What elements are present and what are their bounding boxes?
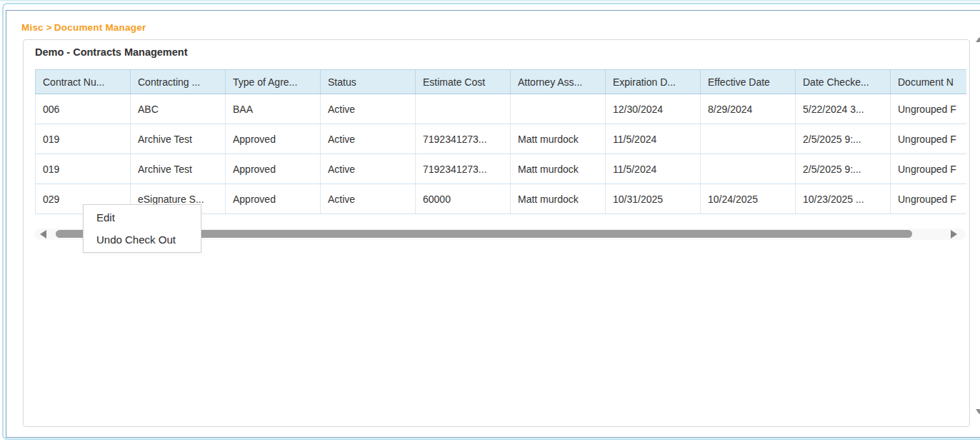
context-menu-item[interactable]: Undo Check Out (84, 228, 201, 251)
table-cell[interactable]: Archive Test (131, 154, 226, 184)
table-cell[interactable]: Matt murdock (511, 124, 606, 154)
column-header[interactable]: Date Checke... (796, 70, 891, 94)
table-cell[interactable]: 7192341273... (416, 154, 511, 184)
table-cell[interactable]: 10/31/2025 (606, 184, 701, 214)
column-header[interactable]: Estimate Cost (416, 70, 511, 94)
table-cell[interactable]: Active (321, 94, 416, 124)
column-header[interactable]: Type of Agre... (226, 70, 321, 94)
scroll-right-icon[interactable] (951, 230, 957, 238)
breadcrumb-page[interactable]: Document Manager (54, 22, 146, 33)
table-body: 006ABCBAAActive12/30/20248/29/20245/22/2… (36, 94, 967, 214)
breadcrumb: Misc >Document Manager (21, 22, 146, 33)
table-cell[interactable]: Active (321, 184, 416, 214)
table-cell[interactable]: Ungrouped F (891, 94, 967, 124)
column-header[interactable]: Contracting ... (131, 70, 226, 94)
table-cell[interactable]: 019 (36, 124, 131, 154)
table-cell[interactable]: 12/30/2024 (606, 94, 701, 124)
page-top-edge (0, 0, 980, 1)
column-header[interactable]: Effective Date (701, 70, 796, 94)
table-cell[interactable]: 10/23/2025 ... (796, 184, 891, 214)
table-cell[interactable]: 10/24/2025 (701, 184, 796, 214)
column-header[interactable]: Status (321, 70, 416, 94)
table-cell[interactable] (511, 94, 606, 124)
table-cell[interactable]: 006 (36, 94, 131, 124)
table-cell[interactable] (416, 94, 511, 124)
table-row: 006ABCBAAActive12/30/20248/29/20245/22/2… (36, 94, 967, 124)
table-cell[interactable]: ABC (131, 94, 226, 124)
table-header-row: Contract Nu...Contracting ...Type of Agr… (36, 70, 967, 94)
table-cell[interactable]: 8/29/2024 (701, 94, 796, 124)
table-cell[interactable]: Approved (226, 124, 321, 154)
table-cell[interactable]: 2/5/2025 9:... (796, 154, 891, 184)
contracts-table-viewport: Contract Nu...Contracting ...Type of Agr… (35, 69, 966, 218)
table-row: 019Archive TestApprovedActive7192341273.… (36, 154, 967, 184)
table-cell[interactable] (701, 124, 796, 154)
panel-title: Demo - Contracts Management (35, 46, 188, 58)
app-window: Misc >Document Manager Demo - Contracts … (0, 0, 980, 447)
table-cell[interactable]: Approved (226, 154, 321, 184)
table-cell[interactable]: Approved (226, 184, 321, 214)
table-cell[interactable]: Active (321, 154, 416, 184)
table-cell[interactable]: 11/5/2024 (606, 124, 701, 154)
scroll-up-icon[interactable] (976, 37, 980, 42)
table-cell[interactable]: Ungrouped F (891, 124, 967, 154)
table-cell[interactable]: 60000 (416, 184, 511, 214)
table-cell[interactable]: Ungrouped F (891, 184, 967, 214)
context-menu: EditUndo Check Out (83, 204, 201, 253)
table-cell[interactable]: Matt murdock (511, 154, 606, 184)
table-cell[interactable]: 7192341273... (416, 124, 511, 154)
scroll-left-icon[interactable] (40, 230, 46, 238)
table-cell[interactable]: BAA (226, 94, 321, 124)
table-cell[interactable]: Ungrouped F (891, 154, 967, 184)
table-cell[interactable]: Active (321, 124, 416, 154)
table-cell[interactable]: 11/5/2024 (606, 154, 701, 184)
table-row: 019Archive TestApprovedActive7192341273.… (36, 124, 967, 154)
scroll-down-icon[interactable] (976, 409, 980, 414)
table-cell[interactable] (701, 154, 796, 184)
table-cell[interactable]: 019 (36, 154, 131, 184)
contracts-table: Contract Nu...Contracting ...Type of Agr… (35, 69, 966, 214)
table-cell[interactable]: 2/5/2025 9:... (796, 124, 891, 154)
column-header[interactable]: Expiration D... (606, 70, 701, 94)
breadcrumb-section[interactable]: Misc > (21, 22, 52, 33)
column-header[interactable]: Document N (891, 70, 967, 94)
table-cell[interactable]: 5/22/2024 3... (796, 94, 891, 124)
column-header[interactable]: Attorney Ass... (511, 70, 606, 94)
table-cell[interactable]: Matt murdock (511, 184, 606, 214)
context-menu-item[interactable]: Edit (84, 206, 201, 228)
column-header[interactable]: Contract Nu... (36, 70, 131, 94)
table-cell[interactable]: Archive Test (131, 124, 226, 154)
